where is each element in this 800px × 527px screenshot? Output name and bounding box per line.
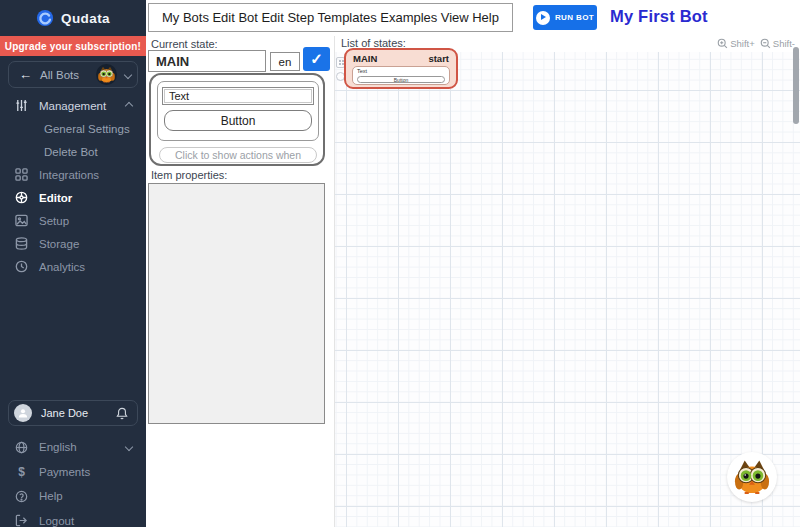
state-node-start-badge: start <box>428 53 449 64</box>
sidebar-item-label: Analytics <box>39 261 132 273</box>
all-bots-label: All Bots <box>40 69 88 81</box>
state-node-title: MAIN <box>353 53 377 64</box>
sidebar-item-label: Storage <box>39 238 132 250</box>
sidebar-item-language[interactable]: English <box>0 435 146 460</box>
state-items-group: Text Button <box>157 81 319 141</box>
state-node-text-item: Text <box>357 68 367 74</box>
state-name-input[interactable] <box>148 50 266 72</box>
menu-item-templates[interactable]: Templates <box>318 10 377 25</box>
bot-avatar <box>96 64 117 85</box>
menu-item-examples[interactable]: Examples <box>380 10 437 25</box>
sidebar-item-delete-bot[interactable]: Delete Bot <box>0 140 146 163</box>
sliders-icon <box>14 98 29 113</box>
sidebar-item-label: Setup <box>39 215 132 227</box>
menu-item-edit-step[interactable]: Edit Step <box>261 10 314 25</box>
play-icon <box>536 11 550 25</box>
globe-icon <box>14 440 29 455</box>
menu-item-view[interactable]: View <box>441 10 469 25</box>
chevron-down-icon <box>124 70 132 78</box>
app-screen: Qudata Upgrade your subscription! ← All … <box>0 0 800 527</box>
sidebar-item-label: Delete Bot <box>44 146 132 158</box>
menu-item-help[interactable]: Help <box>472 10 499 25</box>
menu-item-edit-bot[interactable]: Edit Bot <box>212 10 258 25</box>
sidebar-item-label: Editor <box>39 192 132 204</box>
topbar: My Bots Edit Bot Edit Step Templates Exa… <box>146 0 800 36</box>
clock-icon <box>14 259 29 274</box>
database-icon <box>14 236 29 251</box>
sidebar-nav: Management General Settings Delete Bot I… <box>0 94 146 278</box>
sidebar-item-integrations[interactable]: Integrations <box>0 163 146 186</box>
sidebar-item-label: Integrations <box>39 169 132 181</box>
check-icon: ✓ <box>310 50 323 68</box>
sidebar-item-logout[interactable]: Logout <box>0 509 146 527</box>
state-preview-card: Text Button Click to show actions when <box>149 73 325 166</box>
current-state-label: Current state: <box>151 38 218 50</box>
zoom-out-icon[interactable] <box>760 38 771 49</box>
logo[interactable]: Qudata <box>0 0 146 36</box>
item-properties-label: Item properties: <box>151 169 227 181</box>
vertical-scrollbar-thumb[interactable] <box>793 47 799 124</box>
zoom-controls: Shift+ Shift- <box>717 38 795 49</box>
user-avatar-icon <box>14 404 32 422</box>
question-circle-icon <box>14 489 29 504</box>
sidebar-item-label: General Settings <box>44 123 132 135</box>
confirm-check-button[interactable]: ✓ <box>303 47 330 71</box>
dollar-icon: $ <box>14 464 29 479</box>
wheel-icon <box>14 190 29 205</box>
zoom-in-label[interactable]: Shift+ <box>730 38 755 49</box>
chevron-up-icon <box>125 101 133 109</box>
user-name: Jane Doe <box>41 407 107 419</box>
run-bot-button[interactable]: RUN BOT <box>533 5 597 30</box>
show-actions-button[interactable]: Click to show actions when <box>159 147 317 163</box>
state-editor-panel: Current state: en ✓ Text Button Click to… <box>146 36 334 527</box>
state-node-main[interactable]: MAIN start Text Button <box>344 48 458 89</box>
sidebar-item-storage[interactable]: Storage <box>0 232 146 255</box>
item-properties-panel <box>148 183 325 424</box>
run-bot-label: RUN BOT <box>555 13 594 22</box>
sidebar-item-analytics[interactable]: Analytics <box>0 255 146 278</box>
state-node-button-item: Button <box>357 76 445 83</box>
sidebar-footer-nav: English $ Payments Help Logout <box>0 435 146 527</box>
sidebar-item-label: Logout <box>39 515 132 527</box>
sidebar: Qudata Upgrade your subscription! ← All … <box>0 0 146 527</box>
upgrade-banner[interactable]: Upgrade your subscription! <box>0 36 146 56</box>
user-profile-button[interactable]: Jane Doe <box>8 400 138 426</box>
menu-bar: My Bots Edit Bot Edit Step Templates Exa… <box>148 3 513 32</box>
qudata-logo-icon <box>36 9 54 27</box>
sidebar-item-general-settings[interactable]: General Settings <box>0 117 146 140</box>
text-item[interactable]: Text <box>162 87 314 105</box>
bell-icon[interactable] <box>116 407 128 420</box>
states-canvas: List of states: Shift+ Shift- MAIN start… <box>334 36 800 527</box>
owl-icon <box>730 455 774 499</box>
logo-text: Qudata <box>61 11 110 26</box>
zoom-out-label[interactable]: Shift- <box>773 38 795 49</box>
back-arrow-icon: ← <box>19 67 32 82</box>
language-label: English <box>39 441 116 453</box>
sidebar-item-setup[interactable]: Setup <box>0 209 146 232</box>
logout-icon <box>14 513 29 527</box>
zoom-in-icon[interactable] <box>717 38 728 49</box>
sidebar-item-label: Payments <box>39 466 132 478</box>
sidebar-item-label: Management <box>39 100 116 112</box>
menu-item-my-bots[interactable]: My Bots <box>162 10 209 25</box>
language-select[interactable]: en <box>270 52 300 71</box>
sidebar-item-payments[interactable]: $ Payments <box>0 460 146 485</box>
sidebar-item-label: Help <box>39 490 132 502</box>
chevron-down-icon <box>125 443 133 451</box>
sidebar-item-management[interactable]: Management <box>0 94 146 117</box>
grid-icon <box>14 167 29 182</box>
state-node-preview: Text Button <box>352 66 450 85</box>
sidebar-item-help[interactable]: Help <box>0 484 146 509</box>
button-item[interactable]: Button <box>164 110 312 131</box>
image-icon <box>14 213 29 228</box>
all-bots-button[interactable]: ← All Bots <box>8 61 138 88</box>
owl-mascot[interactable] <box>727 452 777 502</box>
bot-title: My First Bot <box>610 7 708 26</box>
sidebar-item-editor[interactable]: Editor <box>0 186 146 209</box>
